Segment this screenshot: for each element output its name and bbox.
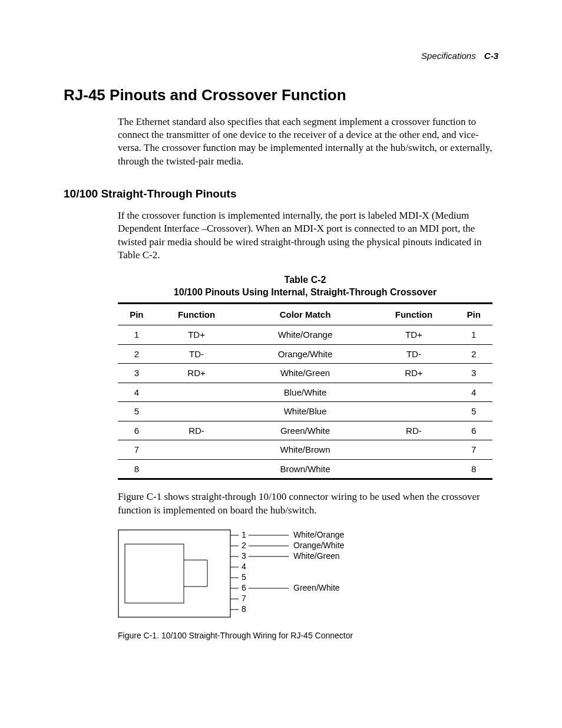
intro-paragraph: The Ethernet standard also specifies tha… bbox=[118, 116, 492, 167]
pinout-table: Pin Function Color Match Function Pin 1 … bbox=[118, 302, 492, 480]
table-row: 3 RD+ White/Green RD+ 3 bbox=[118, 364, 492, 383]
th-pin-right: Pin bbox=[455, 303, 492, 325]
pin-num-7: 7 bbox=[242, 593, 246, 602]
header-page: C-3 bbox=[484, 51, 498, 61]
cell-fn-l bbox=[156, 459, 238, 479]
cell-pin-l: 6 bbox=[118, 421, 156, 440]
table-row: 2 TD- Orange/White TD- 2 bbox=[118, 344, 492, 364]
cell-color: Blue/White bbox=[238, 383, 373, 402]
cell-pin-r: 3 bbox=[455, 364, 492, 383]
table-title: 10/100 Pinouts Using Internal, Straight-… bbox=[118, 286, 492, 299]
subsection-paragraph: If the crossover function is implemented… bbox=[118, 209, 492, 261]
table-header-row: Pin Function Color Match Function Pin bbox=[118, 303, 492, 325]
th-pin-left: Pin bbox=[118, 303, 156, 325]
cell-color: White/Orange bbox=[238, 325, 373, 345]
pin-num-6: 6 bbox=[242, 582, 246, 592]
table-row: 5 White/Blue 5 bbox=[118, 402, 492, 421]
cell-color: White/Brown bbox=[238, 440, 373, 460]
cell-pin-l: 8 bbox=[118, 459, 156, 479]
table-row: 8 Brown/White 8 bbox=[118, 459, 492, 479]
pin-label-3: White/Green bbox=[293, 551, 340, 560]
para-2: If the crossover function is implemented… bbox=[118, 209, 492, 261]
cell-color: White/Blue bbox=[238, 402, 373, 421]
table-row: 4 Blue/White 4 bbox=[118, 383, 492, 402]
cell-pin-r: 2 bbox=[455, 344, 492, 364]
cell-pin-l: 2 bbox=[118, 344, 156, 364]
table-row: 7 White/Brown 7 bbox=[118, 440, 492, 460]
cell-fn-l: TD+ bbox=[156, 325, 238, 345]
cell-fn-r: RD- bbox=[372, 421, 455, 440]
cell-fn-l bbox=[156, 440, 238, 460]
pin-num-2: 2 bbox=[242, 540, 246, 549]
cell-fn-r bbox=[372, 402, 455, 421]
th-fn-left: Function bbox=[156, 303, 238, 325]
running-header: Specifications C-3 bbox=[64, 50, 498, 62]
pin-label-1: White/Orange bbox=[293, 529, 345, 539]
pin-num-8: 8 bbox=[242, 604, 246, 613]
cell-pin-r: 5 bbox=[455, 402, 492, 421]
cell-pin-l: 1 bbox=[118, 325, 156, 345]
figure-c1: 1 2 3 4 5 6 7 8 White/Orange Orange/Whit… bbox=[118, 528, 498, 641]
cell-fn-l bbox=[156, 383, 238, 402]
para-1: The Ethernet standard also specifies tha… bbox=[118, 116, 492, 167]
connector-diagram: 1 2 3 4 5 6 7 8 White/Orange Orange/Whit… bbox=[118, 528, 377, 622]
cell-fn-l: RD+ bbox=[156, 364, 238, 383]
pin-label-6: Green/White bbox=[293, 582, 340, 592]
cell-pin-l: 4 bbox=[118, 383, 156, 402]
pin-num-3: 3 bbox=[242, 551, 246, 560]
header-section: Specifications bbox=[421, 51, 476, 61]
cell-fn-l: TD- bbox=[156, 344, 238, 364]
cell-pin-r: 6 bbox=[455, 421, 492, 440]
cell-fn-r: TD- bbox=[372, 344, 455, 364]
th-fn-right: Function bbox=[372, 303, 455, 325]
pin-num-5: 5 bbox=[242, 572, 246, 581]
table-number: Table C-2 bbox=[118, 274, 492, 286]
cell-fn-r bbox=[372, 440, 455, 460]
cell-pin-r: 8 bbox=[455, 459, 492, 479]
cell-pin-l: 5 bbox=[118, 402, 156, 421]
cell-color: Green/White bbox=[238, 421, 373, 440]
pin-num-1: 1 bbox=[242, 529, 246, 539]
cell-fn-r: RD+ bbox=[372, 364, 455, 383]
table-row: 1 TD+ White/Orange TD+ 1 bbox=[118, 325, 492, 345]
heading-1: RJ-45 Pinouts and Crossover Function bbox=[64, 85, 498, 106]
svg-rect-1 bbox=[125, 544, 184, 603]
figure-caption: Figure C-1. 10/100 Straight-Through Wiri… bbox=[118, 630, 498, 641]
cell-fn-l bbox=[156, 402, 238, 421]
cell-pin-l: 7 bbox=[118, 440, 156, 460]
th-color: Color Match bbox=[238, 303, 373, 325]
cell-fn-r bbox=[372, 383, 455, 402]
pin-label-2: Orange/White bbox=[293, 540, 345, 549]
pin-num-4: 4 bbox=[242, 561, 246, 571]
svg-rect-0 bbox=[118, 530, 230, 617]
cell-pin-r: 1 bbox=[455, 325, 492, 345]
cell-pin-r: 4 bbox=[455, 383, 492, 402]
cell-color: White/Green bbox=[238, 364, 373, 383]
figure-lead-paragraph: Figure C-1 shows straight-through 10/100… bbox=[118, 490, 492, 516]
heading-2: 10/100 Straight-Through Pinouts bbox=[64, 187, 498, 202]
page: Specifications C-3 RJ-45 Pinouts and Cro… bbox=[0, 0, 562, 728]
cell-pin-r: 7 bbox=[455, 440, 492, 460]
table-row: 6 RD- Green/White RD- 6 bbox=[118, 421, 492, 440]
cell-color: Orange/White bbox=[238, 344, 373, 364]
cell-fn-l: RD- bbox=[156, 421, 238, 440]
cell-color: Brown/White bbox=[238, 459, 373, 479]
table-c2: Table C-2 10/100 Pinouts Using Internal,… bbox=[118, 274, 492, 480]
para-3: Figure C-1 shows straight-through 10/100… bbox=[118, 490, 492, 516]
cell-fn-r bbox=[372, 459, 455, 479]
cell-fn-r: TD+ bbox=[372, 325, 455, 345]
cell-pin-l: 3 bbox=[118, 364, 156, 383]
